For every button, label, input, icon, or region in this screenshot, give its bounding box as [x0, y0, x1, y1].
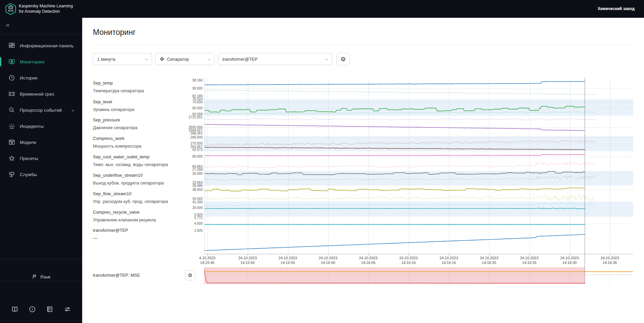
series-line-Compress_work-actual [205, 147, 585, 150]
chart-cursor-line[interactable] [585, 78, 585, 284]
changelog-icon[interactable] [46, 306, 54, 313]
x-tick [449, 254, 449, 256]
mse-settings-button[interactable]: ⚙ [185, 270, 195, 280]
mse-line-svg [204, 267, 585, 284]
x-tick-label: 24.10.202314:16:30 [549, 256, 590, 265]
series-svg [205, 78, 633, 254]
x-tick [610, 254, 610, 256]
equipment-select[interactable]: Сепаратор [155, 53, 214, 65]
sidebar-item-label: Информационная панель [20, 43, 74, 48]
interval-select[interactable]: 1 минута [93, 53, 152, 65]
interval-value: 1 минута [97, 57, 115, 62]
sidebar-item-history[interactable]: История [0, 70, 82, 86]
x-axis-line [204, 254, 633, 254]
dashboard-icon [8, 42, 15, 49]
series-line-Sep_level-predicted [205, 112, 595, 114]
x-tick [489, 254, 489, 256]
signal-row: Sep_underflow_stream10Выход кубов. проду… [93, 173, 170, 185]
x-tick-label: 4.10.202314:15:45 [187, 256, 227, 265]
x-tick [409, 254, 409, 256]
mse-grid-line [489, 267, 489, 284]
sidebar-divider [0, 35, 82, 35]
series-line-Sep_pressure-actual [205, 124, 585, 130]
signal-row: Sep_pressureДавление сепаратора [93, 117, 170, 130]
chart-settings-button[interactable]: ⚙ [336, 53, 350, 65]
series-line-Sep_underflow_stream10-predicted [205, 175, 595, 181]
title-divider [93, 45, 633, 45]
language-label: Язык [40, 274, 50, 279]
series-line-Sep_flow_stream10-predicted [205, 195, 595, 201]
sidebar-divider [0, 320, 82, 321]
signal-desc: Давление сепаратора [93, 125, 170, 130]
chart-plot[interactable] [204, 78, 633, 254]
signal-name: Sep_underflow_stream10 [93, 173, 170, 178]
signal-desc: — [93, 235, 170, 240]
sidebar-item-label: Службы [20, 172, 37, 177]
signal-name: Sep_flow_stream10 [93, 191, 170, 196]
signal-name: Sep_pressure [93, 117, 170, 122]
mse-label: transformer@TEP: MSE [93, 273, 140, 278]
signal-name: Compres_recycle_valve [93, 210, 170, 215]
sidebar-item-presets[interactable]: Пресеты [0, 150, 82, 166]
organization-selector[interactable]: Химический завод [598, 6, 635, 11]
mse-line [204, 269, 585, 283]
signal-desc: Управление клапаном рецикла [93, 217, 170, 222]
sidebar-item-incidents[interactable]: Инциденты [0, 118, 82, 134]
mse-grid-line [409, 267, 409, 284]
sidebar-item-models[interactable]: Модели [0, 134, 82, 150]
sidebar-collapse-button[interactable]: « [6, 21, 9, 29]
signal-name: Compress_work [93, 136, 170, 141]
x-tick-label: 24.10.202314:16:00 [308, 256, 348, 265]
sidebar-item-label: Модели [20, 140, 36, 145]
model-select[interactable]: transformer@TEP [218, 53, 332, 65]
logo-text: MLAD [8, 10, 13, 12]
sidebar-item-services[interactable]: Службы [0, 166, 82, 182]
mse-anomaly-band [204, 267, 585, 284]
series-line-Sep_level-actual [205, 106, 585, 112]
series-line-Sep_cool_water_outlet_temp-predicted [205, 162, 595, 168]
mse-grid-line [529, 267, 530, 284]
manual-icon[interactable] [11, 306, 18, 313]
mse-tick-line [610, 267, 610, 284]
sidebar: « Информационная панель Мониторинг Истор… [0, 18, 82, 323]
mse-threshold-line [204, 271, 633, 272]
x-tick [368, 254, 369, 256]
x-tick-label: 24.10.202314:16:35 [590, 256, 630, 265]
settings-icon[interactable] [64, 306, 71, 313]
monitoring-icon [8, 58, 15, 65]
info-icon[interactable] [29, 306, 36, 313]
app-title: Kaspersky Machine Learning for Anomaly D… [19, 3, 73, 14]
mse-grid-line [570, 267, 570, 284]
time-slice-icon [8, 90, 15, 98]
x-tick [570, 254, 570, 256]
history-icon [8, 74, 15, 82]
gear-icon: ⚙ [188, 272, 192, 278]
signal-desc: Выход кубов. продукта сепаратора [93, 180, 170, 185]
sidebar-item-event-processor[interactable]: Процессор событий [0, 102, 82, 118]
mse-dotted-line [204, 274, 633, 275]
language-button[interactable]: Язык [0, 270, 82, 283]
incidents-icon [8, 122, 15, 130]
x-tick [288, 254, 288, 256]
sidebar-divider [0, 259, 82, 259]
series-line-Sep_temp-actual [205, 82, 585, 85]
signal-desc: Упр. расходом куб. прод. сепаратора [93, 199, 170, 204]
signal-row: Sep_flow_stream10Упр. расходом куб. прод… [93, 191, 170, 204]
sidebar-item-monitoring[interactable]: Мониторинг [0, 54, 82, 70]
signal-desc: Уровень сепаратора [93, 107, 170, 112]
signal-row: transformer@TEP— [93, 228, 170, 240]
signal-desc: Темп. вых. охлажд. воды сепаратора [93, 162, 170, 167]
series-line-Compress_work-predicted [205, 140, 595, 146]
series-line-Sep_flow_stream10-actual [205, 188, 585, 191]
signal-row: Sep_levelУровень сепаратора [93, 99, 170, 112]
services-icon [8, 171, 15, 178]
chevron-down-icon[interactable] [71, 108, 75, 113]
sidebar-item-dashboard[interactable]: Информационная панель [0, 38, 82, 54]
mse-grid-line [449, 267, 449, 284]
signal-row: Sep_tempТемпература сепаратора [93, 80, 170, 93]
series-line-Sep_temp-predicted [205, 90, 595, 95]
equipment-value: Сепаратор [167, 57, 189, 62]
x-tick [207, 254, 208, 256]
x-tick [248, 254, 248, 256]
sidebar-item-time-slice[interactable]: Временной срез [0, 86, 82, 102]
